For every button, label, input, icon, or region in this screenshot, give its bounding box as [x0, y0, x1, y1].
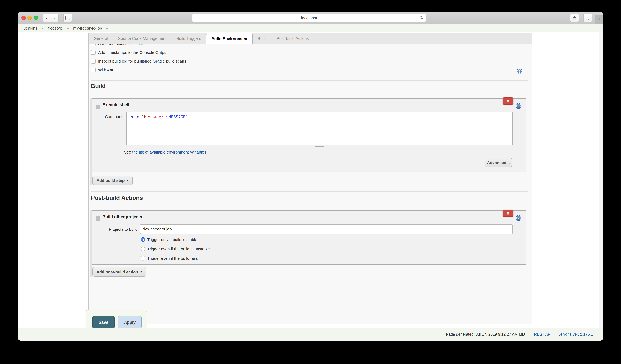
checkbox-label: With Ant: [98, 68, 113, 72]
breadcrumb-separator-icon: ▸: [42, 26, 43, 30]
radio-button[interactable]: [141, 256, 145, 260]
config-tab[interactable]: Build: [253, 33, 272, 44]
breadcrumb-separator-icon: ▸: [67, 26, 69, 30]
browser-window: ‹ › localhost ↻ + Jenkins ▸ freesty: [18, 12, 603, 341]
radio-label: Trigger only if build is stable: [147, 237, 197, 242]
tab-overview-icon: [586, 16, 590, 20]
editor-resize-handle[interactable]: [315, 146, 324, 147]
share-icon: [572, 16, 576, 20]
config-tab[interactable]: Source Code Management: [113, 33, 172, 44]
checkbox-row[interactable]: Add timestamps to the Console Output: [91, 48, 532, 57]
breadcrumb: Jenkins ▸ freestyle ▸ my-freestyle-job ▸: [18, 24, 603, 32]
section-divider: [91, 191, 528, 192]
command-code-line: echo "Message: $MESSAGE": [129, 115, 510, 119]
breadcrumb-item[interactable]: Jenkins: [24, 26, 37, 30]
checkbox-label: Abort the build if it's stuck: [98, 44, 144, 46]
checkbox-row[interactable]: Inspect build log for published Gradle b…: [91, 57, 532, 65]
radio-row[interactable]: Trigger even if the build is unstable: [141, 246, 210, 251]
add-postbuild-action-button[interactable]: Add post-build action ▾: [92, 267, 146, 277]
new-tab-button[interactable]: +: [595, 15, 603, 24]
postbuild-action-title: Build other projects: [103, 211, 142, 223]
code-token: $MESSAGE: [166, 115, 186, 119]
config-tab[interactable]: Build Triggers: [171, 33, 206, 44]
config-content: General Source Code Management Build Tri…: [88, 33, 532, 336]
command-editor[interactable]: echo "Message: $MESSAGE": [126, 112, 513, 145]
command-label: Command: [98, 114, 123, 119]
add-postbuild-action-label: Add post-build action: [97, 270, 138, 274]
checkbox-row[interactable]: Abort the build if it's stuck: [91, 44, 532, 48]
build-section-heading: Build: [91, 83, 106, 90]
build-environment-checkbox-list: Abort the build if it's stuck Add timest…: [89, 44, 532, 74]
breadcrumb-item[interactable]: freestyle: [48, 26, 63, 30]
checkbox[interactable]: [91, 44, 96, 46]
config-tab[interactable]: Build Environment: [206, 33, 253, 44]
build-steps-strip: [90, 98, 91, 185]
breadcrumb-item[interactable]: my-freestyle-job: [73, 26, 102, 30]
checkbox[interactable]: [91, 59, 96, 63]
back-icon: ‹: [46, 15, 48, 21]
zoom-window-button[interactable]: [34, 16, 38, 20]
checkbox[interactable]: [91, 50, 96, 55]
plus-icon: +: [598, 16, 601, 22]
delete-postbuild-action-button[interactable]: X: [503, 209, 513, 217]
url-field[interactable]: localhost ↻: [192, 14, 427, 22]
save-button[interactable]: Save: [92, 316, 115, 329]
sidebar-icon: [65, 16, 70, 20]
footer-generated-text: Page generated: Jul 17, 2019 9:12:27 AM …: [446, 332, 527, 336]
radio-row[interactable]: Trigger only if build is stable: [141, 237, 197, 242]
scrollbar[interactable]: [599, 32, 603, 328]
page-body: General Source Code Management Build Tri…: [18, 32, 603, 328]
forward-button[interactable]: ›: [51, 14, 58, 22]
checkbox[interactable]: [91, 68, 96, 72]
chevron-down-icon: ▾: [127, 179, 129, 182]
jenkins-version-link[interactable]: Jenkins ver. 2.176.1: [558, 332, 593, 336]
sidebar-toggle-button[interactable]: [63, 14, 72, 22]
checkbox-row[interactable]: With Ant: [91, 65, 532, 74]
build-step-title: Execute shell: [103, 99, 129, 111]
help-icon[interactable]: ?: [517, 69, 522, 74]
section-divider: [91, 80, 528, 81]
add-build-step-button[interactable]: Add build step ▾: [92, 176, 133, 185]
help-icon[interactable]: ?: [516, 103, 521, 108]
browser-titlebar: ‹ › localhost ↻ +: [18, 12, 603, 24]
radio-button[interactable]: [141, 246, 145, 251]
drag-handle-icon[interactable]: [96, 102, 100, 109]
add-build-step-label: Add build step: [97, 178, 125, 183]
config-tab-bar: General Source Code Management Build Tri…: [89, 33, 532, 44]
config-tab[interactable]: Post-build Actions: [272, 33, 314, 44]
build-other-projects-panel: Build other projects X ? Projects to bui…: [92, 210, 526, 265]
radio-label: Trigger even if the build fails: [147, 256, 198, 260]
env-vars-link[interactable]: the list of available environment variab…: [132, 150, 206, 155]
breadcrumb-separator-icon: ▸: [106, 26, 108, 30]
url-text: localhost: [301, 16, 317, 20]
config-panel: Abort the build if it's stuck Add timest…: [89, 44, 532, 324]
code-token: ": [186, 115, 188, 119]
chevron-down-icon: ▾: [140, 270, 142, 273]
rest-api-link[interactable]: REST API: [534, 332, 552, 336]
delete-build-step-button[interactable]: X: [503, 97, 513, 105]
tab-overview-button[interactable]: [583, 14, 592, 22]
reload-icon[interactable]: ↻: [420, 15, 424, 20]
projects-to-build-label: Projects to build: [100, 227, 138, 232]
forward-icon: ›: [53, 15, 55, 21]
code-token: echo: [129, 115, 142, 119]
env-vars-note-prefix: See: [124, 150, 132, 155]
share-button[interactable]: [570, 14, 579, 22]
postbuild-section-heading: Post-build Actions: [91, 195, 143, 201]
close-window-button[interactable]: [21, 16, 26, 20]
back-button[interactable]: ‹: [43, 14, 51, 22]
projects-to-build-input[interactable]: [140, 224, 513, 234]
apply-button[interactable]: Apply: [118, 316, 142, 329]
postbuild-actions-strip: [90, 210, 91, 277]
advanced-button[interactable]: Advanced...: [485, 158, 512, 167]
footer: Page generated: Jul 17, 2019 9:12:27 AM …: [18, 328, 603, 341]
help-icon[interactable]: ?: [516, 215, 521, 221]
minimize-window-button[interactable]: [27, 16, 32, 20]
checkbox-label: Inspect build log for published Gradle b…: [98, 59, 186, 63]
drag-handle-icon[interactable]: [96, 214, 100, 221]
execute-shell-panel: Execute shell X ? Command echo "Message:…: [92, 98, 526, 172]
config-tab[interactable]: General: [89, 33, 113, 44]
radio-label: Trigger even if the build is unstable: [147, 246, 210, 251]
radio-row[interactable]: Trigger even if the build fails: [141, 256, 198, 261]
radio-button[interactable]: [141, 237, 145, 242]
